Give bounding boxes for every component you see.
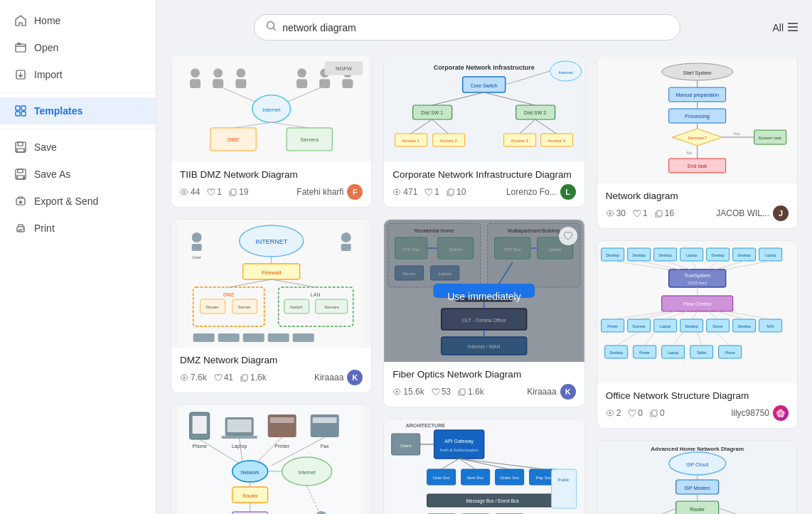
svg-text:ARCHITECTURE: ARCHITECTURE bbox=[406, 423, 446, 428]
card-office-network[interactable]: Desktop Desktop Desktop Laptop Desktop D… bbox=[597, 240, 798, 429]
svg-text:Corporate Network Infrastructu: Corporate Network Infrastructure bbox=[434, 64, 535, 71]
svg-text:Server: Server bbox=[712, 324, 723, 328]
sidebar-item-open[interactable]: Open bbox=[0, 34, 156, 61]
svg-text:Core Switch: Core Switch bbox=[471, 83, 498, 88]
svg-text:Public: Public bbox=[558, 478, 570, 482]
card-info-office-network: Office Network Structure Diagram 2 0 bbox=[597, 383, 797, 428]
search-box[interactable] bbox=[254, 14, 680, 41]
home-icon bbox=[14, 14, 27, 27]
sidebar-item-export[interactable]: Export & Send bbox=[0, 188, 156, 215]
save-as-icon bbox=[14, 168, 27, 181]
svg-text:Desktop: Desktop bbox=[737, 253, 751, 257]
svg-text:Client: Client bbox=[400, 444, 412, 448]
card-network-example[interactable]: Phone Laptop Printer Fax bbox=[171, 405, 372, 514]
svg-text:Desktop: Desktop bbox=[685, 324, 698, 328]
svg-rect-188 bbox=[552, 469, 577, 508]
card-fiber-optics[interactable]: Residential Home Multiapartment Building… bbox=[383, 219, 584, 407]
svg-text:ISP Cloud: ISP Cloud bbox=[686, 462, 708, 467]
card-title: Network diagram bbox=[606, 191, 789, 201]
search-input[interactable] bbox=[282, 22, 668, 33]
avatar: 🌸 bbox=[773, 405, 789, 421]
svg-rect-20 bbox=[235, 79, 246, 88]
filter-all-button[interactable]: All bbox=[772, 22, 798, 33]
avatar: L bbox=[560, 184, 576, 200]
card-advanced-home[interactable]: Advanced Home Network Diagram ISP Cloud … bbox=[597, 440, 798, 514]
svg-text:Servers: Servers bbox=[300, 136, 319, 143]
thumbnail-dmz: INTERNET User Firewall DMZ bbox=[171, 220, 371, 348]
sidebar-item-home[interactable]: Home bbox=[0, 7, 156, 34]
svg-point-17 bbox=[213, 68, 223, 77]
svg-text:Laptop: Laptop bbox=[668, 350, 679, 355]
svg-text:Scanner: Scanner bbox=[632, 324, 646, 328]
like-button[interactable] bbox=[559, 227, 577, 245]
svg-point-21 bbox=[297, 68, 306, 77]
svg-rect-4 bbox=[16, 112, 20, 116]
svg-rect-79 bbox=[222, 436, 257, 439]
copies: 19 bbox=[229, 187, 248, 197]
svg-text:Manual preparation: Manual preparation bbox=[675, 92, 718, 98]
svg-rect-7 bbox=[18, 142, 23, 146]
svg-text:Order Svc: Order Svc bbox=[500, 476, 519, 480]
save-icon bbox=[14, 141, 27, 154]
author: lilyc98750 🌸 bbox=[732, 405, 789, 421]
templates-grid: NGFW Internet DMZ Servers bbox=[171, 55, 798, 514]
grid-col-3: Start System Manual preparation Processi… bbox=[597, 55, 798, 514]
svg-text:DMZ: DMZ bbox=[228, 136, 240, 143]
search-icon bbox=[266, 21, 277, 34]
svg-text:Laptop: Laptop bbox=[660, 324, 671, 328]
author: Lorenzo Fo... L bbox=[506, 184, 576, 200]
thumbnail-tiib-dmz: NGFW Internet DMZ Servers bbox=[171, 55, 371, 162]
main-content: All bbox=[156, 0, 812, 514]
svg-text:Laptop: Laptop bbox=[232, 444, 247, 449]
svg-text:Fax: Fax bbox=[321, 444, 329, 449]
svg-point-47 bbox=[341, 232, 351, 242]
svg-rect-66 bbox=[193, 333, 215, 342]
likes: 1 bbox=[207, 187, 222, 197]
card-network-diagram[interactable]: Start System Manual preparation Processi… bbox=[597, 55, 798, 229]
svg-rect-85 bbox=[313, 417, 337, 423]
sidebar-item-templates[interactable]: Templates bbox=[0, 97, 156, 124]
card-corporate[interactable]: Corporate Network Infrastructure Core Sw… bbox=[383, 55, 584, 208]
svg-text:Router: Router bbox=[206, 305, 219, 309]
svg-text:Desktop: Desktop bbox=[606, 253, 619, 257]
card-info-network-diagram: Network diagram 30 1 16 bbox=[597, 183, 797, 228]
copies: 1.6k bbox=[240, 373, 267, 382]
views: 15.6k bbox=[392, 387, 424, 397]
svg-text:Start System: Start System bbox=[683, 70, 711, 76]
svg-rect-40 bbox=[231, 189, 236, 195]
svg-text:Printer: Printer bbox=[607, 324, 618, 328]
card-meta: 7.6k 41 1.6k Kiraaaa K bbox=[180, 370, 363, 385]
svg-rect-170 bbox=[434, 430, 484, 459]
svg-point-44 bbox=[192, 232, 202, 242]
card-info-corporate: Corporate Network Infrastructure Diagram… bbox=[384, 162, 584, 207]
svg-rect-68 bbox=[243, 333, 265, 342]
svg-text:TrueSystem: TrueSystem bbox=[684, 273, 711, 279]
svg-point-12 bbox=[23, 228, 23, 229]
card-title: Corporate Network Infrastructure Diagram bbox=[392, 169, 575, 180]
views: 471 bbox=[392, 187, 417, 197]
sidebar-item-import[interactable]: Import bbox=[0, 61, 156, 88]
svg-text:Processing: Processing bbox=[685, 114, 710, 119]
svg-rect-5 bbox=[21, 112, 26, 116]
sidebar-item-save[interactable]: Save bbox=[0, 134, 156, 161]
likes: 0 bbox=[628, 408, 643, 418]
sidebar-item-print[interactable]: Print bbox=[0, 215, 156, 242]
svg-text:Item Svc: Item Svc bbox=[467, 476, 484, 480]
card-microservice[interactable]: ARCHITECTURE Client API Gateway Auth & A… bbox=[383, 419, 584, 514]
card-dmz-network[interactable]: INTERNET User Firewall DMZ bbox=[171, 219, 372, 393]
svg-text:Server: Server bbox=[238, 305, 251, 309]
use-immediately-button[interactable]: Use immediately bbox=[433, 284, 535, 298]
svg-text:S3020 Rack: S3020 Rack bbox=[688, 281, 707, 285]
author: JACOB WIL... J bbox=[716, 205, 789, 221]
sidebar-item-save-as[interactable]: Save As bbox=[0, 161, 156, 188]
svg-rect-229 bbox=[597, 241, 796, 383]
svg-rect-82 bbox=[270, 417, 294, 423]
likes: 41 bbox=[214, 373, 233, 382]
svg-rect-228 bbox=[657, 210, 662, 216]
sidebar: Home Open Import bbox=[0, 0, 156, 514]
svg-rect-2 bbox=[16, 106, 20, 110]
card-info-fiber: Fiber Optics Network Diagram 15.6k 53 bbox=[384, 362, 584, 407]
svg-text:Network: Network bbox=[241, 470, 260, 475]
svg-text:Yes: Yes bbox=[732, 132, 739, 136]
card-tiib-dmz[interactable]: NGFW Internet DMZ Servers bbox=[171, 55, 372, 208]
